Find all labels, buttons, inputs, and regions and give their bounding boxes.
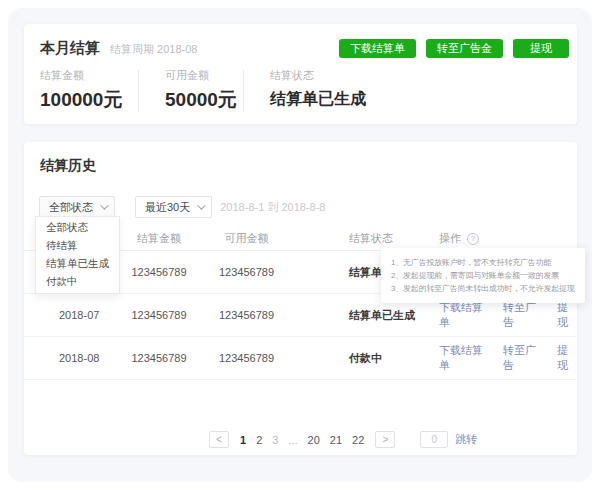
cell-settle-amount: 123456789 xyxy=(119,309,199,321)
cell-available-amount: 123456789 xyxy=(199,309,294,321)
settlement-period-label: 结算周期 2018-08 xyxy=(110,42,197,57)
header-actions-label: 操作 xyxy=(439,231,461,246)
status-filter-select[interactable]: 全部状态 xyxy=(39,196,115,218)
dropdown-item-paying[interactable]: 付款中 xyxy=(36,273,119,291)
summary-card-title: 本月结算 xyxy=(40,39,100,58)
download-statement-button[interactable]: 下载结算单 xyxy=(339,39,416,58)
status-dropdown-menu: 全部状态 待结算 结算单已生成 付款中 xyxy=(35,216,120,294)
page-number[interactable]: 22 xyxy=(352,434,364,446)
stat-label: 结算金额 xyxy=(40,68,138,83)
action-withdraw-link[interactable]: 提现 xyxy=(557,300,577,330)
cell-status: 付款中 xyxy=(294,351,419,366)
next-page-button[interactable]: > xyxy=(375,431,395,448)
header-actions: 操作 ? xyxy=(419,231,577,246)
cell-settle-amount: 123456789 xyxy=(119,352,199,364)
cell-settle-amount: 123456789 xyxy=(119,266,199,278)
cell-period: 2018-07 xyxy=(24,309,119,321)
stat-value: 100000元 xyxy=(40,87,138,113)
stat-label: 可用金额 xyxy=(165,68,243,83)
date-range-select[interactable]: 最近30天 xyxy=(135,196,212,218)
dropdown-item-generated[interactable]: 结算单已生成 xyxy=(36,255,119,273)
stat-value: 结算单已生成 xyxy=(270,89,366,110)
tooltip-line: 1、无广告投放账户时，暂不支持转充广告功能 xyxy=(391,256,575,269)
page-number[interactable]: 21 xyxy=(330,434,342,446)
action-transfer-link[interactable]: 转至广告 xyxy=(503,343,543,373)
date-range-text: 2018-8-1 到 2018-8-8 xyxy=(220,200,325,215)
cell-actions: 下载结算单 转至广告 提现 xyxy=(419,300,577,330)
summary-card: 本月结算 结算周期 2018-08 下载结算单 转至广告金 提现 结算金额 10… xyxy=(24,24,577,124)
pagination: < 1 2 3 ... 20 21 22 > 跳转 xyxy=(209,431,477,448)
tooltip-line: 3、发起的转至广告尚未转出成功时，不允许发起提现 xyxy=(391,282,575,295)
summary-buttons: 下载结算单 转至广告金 提现 xyxy=(339,39,569,58)
summary-card-header: 本月结算 结算周期 2018-08 下载结算单 转至广告金 提现 xyxy=(24,24,577,58)
cell-actions: 下载结算单 转至广告 提现 xyxy=(419,343,577,373)
action-transfer-link[interactable]: 转至广告 xyxy=(503,300,543,330)
transfer-ad-fund-button[interactable]: 转至广告金 xyxy=(426,39,503,58)
header-settle-amount: 结算金额 xyxy=(119,231,199,246)
history-card-title: 结算历史 xyxy=(40,157,577,175)
action-download-link[interactable]: 下载结算单 xyxy=(439,300,489,330)
summary-title-wrap: 本月结算 结算周期 2018-08 xyxy=(40,39,197,58)
jump-button[interactable]: 跳转 xyxy=(455,432,477,447)
dropdown-item-all[interactable]: 全部状态 xyxy=(36,219,119,237)
dropdown-item-pending[interactable]: 待结算 xyxy=(36,237,119,255)
stat-available-amount: 可用金额 50000元 xyxy=(139,68,243,113)
page-panel: 本月结算 结算周期 2018-08 下载结算单 转至广告金 提现 结算金额 10… xyxy=(8,8,592,482)
cell-available-amount: 123456789 xyxy=(199,352,294,364)
stat-settlement-status: 结算状态 结算单已生成 xyxy=(244,68,366,110)
stat-label: 结算状态 xyxy=(270,68,366,83)
actions-tooltip: 1、无广告投放账户时，暂不支持转充广告功能 2、发起提现前，需寄回与对账单金额一… xyxy=(381,248,585,303)
cell-period: 2018-08 xyxy=(24,352,119,364)
action-withdraw-link[interactable]: 提现 xyxy=(557,343,577,373)
page-numbers: 1 2 3 ... 20 21 22 xyxy=(240,434,364,446)
cell-available-amount: 123456789 xyxy=(199,266,294,278)
status-filter-value: 全部状态 xyxy=(49,200,93,215)
header-status: 结算状态 xyxy=(294,231,419,246)
cell-status: 结算单已生成 xyxy=(294,308,419,323)
summary-stats: 结算金额 100000元 可用金额 50000元 结算状态 结算单已生成 xyxy=(24,58,577,113)
tooltip-line: 2、发起提现前，需寄回与对账单金额一致的发票 xyxy=(391,269,575,282)
stat-settlement-amount: 结算金额 100000元 xyxy=(40,68,138,113)
page-number[interactable]: 2 xyxy=(256,434,262,446)
page-number[interactable]: 3 xyxy=(272,434,278,446)
chevron-down-icon xyxy=(100,201,108,209)
jump-page-input[interactable] xyxy=(420,431,448,448)
date-range-value: 最近30天 xyxy=(145,200,190,215)
page-number[interactable]: 20 xyxy=(308,434,320,446)
filters-row: 全部状态 最近30天 2018-8-1 到 2018-8-8 xyxy=(39,196,577,218)
header-available-amount: 可用金额 xyxy=(199,231,294,246)
withdraw-button[interactable]: 提现 xyxy=(513,39,569,58)
stat-value: 50000元 xyxy=(165,87,243,113)
ellipsis: ... xyxy=(288,434,297,446)
page-number[interactable]: 1 xyxy=(240,434,246,446)
help-icon[interactable]: ? xyxy=(467,233,479,245)
chevron-down-icon xyxy=(197,201,205,209)
action-download-link[interactable]: 下载结算单 xyxy=(439,343,489,373)
table-row: 2018-08 123456789 123456789 付款中 下载结算单 转至… xyxy=(24,337,577,380)
prev-page-button[interactable]: < xyxy=(209,431,229,448)
